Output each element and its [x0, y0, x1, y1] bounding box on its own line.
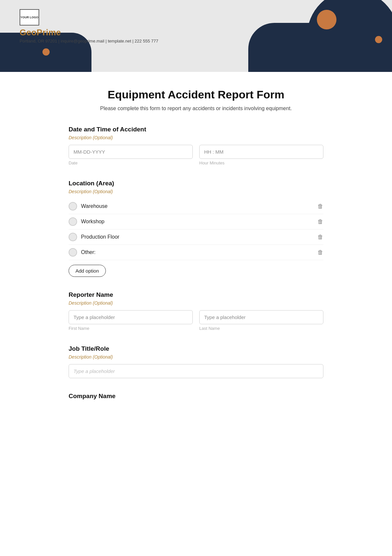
- date-input[interactable]: [69, 145, 193, 159]
- delete-icon-warehouse[interactable]: 🗑: [318, 203, 323, 210]
- company-address: Portland, OR 97201 | inquire@geoprime.ma…: [20, 39, 158, 43]
- section-desc-reporter: Description (Optional): [69, 300, 323, 306]
- first-name-label: First Name: [69, 326, 193, 331]
- first-name-input[interactable]: [69, 310, 193, 324]
- deco-wave-dark: [248, 23, 359, 72]
- last-name-input[interactable]: [199, 310, 323, 324]
- radio-option-warehouse: Warehouse 🗑: [69, 199, 323, 214]
- section-title-location: Location (Area): [69, 180, 323, 187]
- radio-label-workshop: Workshop: [81, 219, 105, 225]
- date-input-group: Date: [69, 145, 193, 165]
- last-name-label: Last Name: [199, 326, 323, 331]
- logo-box: YOUR LOGO: [20, 9, 39, 25]
- radio-circle-production[interactable]: [69, 233, 77, 241]
- radio-circle-workshop[interactable]: [69, 217, 77, 226]
- reporter-name-row: First Name Last Name: [69, 310, 323, 331]
- section-title-company: Company Name: [69, 393, 323, 400]
- add-option-label: Add option: [75, 268, 99, 274]
- time-input-group: Hour Minutes: [199, 145, 323, 165]
- form-subtitle: Please complete this form to report any …: [69, 106, 323, 111]
- section-date-time: Date and Time of Accident Description (O…: [69, 126, 323, 165]
- date-label: Date: [69, 160, 193, 165]
- section-company-name: Company Name: [69, 393, 323, 400]
- section-job-title: Job Title/Role Description (Optional): [69, 345, 323, 378]
- section-desc-location: Description (Optional): [69, 189, 323, 194]
- section-title-reporter: Reporter Name: [69, 291, 323, 298]
- first-name-group: First Name: [69, 310, 193, 331]
- delete-icon-other[interactable]: 🗑: [318, 249, 323, 256]
- logo-area: YOUR LOGO GeoPrime Portland, OR 97201 | …: [20, 9, 158, 43]
- page-header: YOUR LOGO GeoPrime Portland, OR 97201 | …: [0, 0, 392, 72]
- last-name-group: Last Name: [199, 310, 323, 331]
- deco-circle-orange-large: [317, 10, 336, 29]
- time-input[interactable]: [199, 145, 323, 159]
- deco-circle-orange-bottom-left: [42, 48, 50, 56]
- deco-circle-orange-small: [375, 36, 382, 43]
- radio-label-other: Other:: [81, 249, 95, 255]
- radio-circle-warehouse[interactable]: [69, 202, 77, 211]
- radio-circle-other[interactable]: [69, 248, 77, 257]
- logo-text: YOUR LOGO: [20, 16, 38, 19]
- company-name: GeoPrime: [20, 27, 61, 38]
- section-title-date: Date and Time of Accident: [69, 126, 323, 133]
- section-desc-date: Description (Optional): [69, 135, 323, 140]
- radio-label-production: Production Floor: [81, 234, 119, 240]
- job-title-input[interactable]: [69, 364, 323, 378]
- radio-option-other: Other: 🗑: [69, 245, 323, 260]
- form-title: Equipment Accident Report Form: [69, 88, 323, 101]
- delete-icon-production[interactable]: 🗑: [318, 234, 323, 241]
- time-label: Hour Minutes: [199, 160, 323, 165]
- add-option-button[interactable]: Add option: [69, 265, 106, 277]
- delete-icon-workshop[interactable]: 🗑: [318, 218, 323, 225]
- date-time-row: Date Hour Minutes: [69, 145, 323, 165]
- section-title-job: Job Title/Role: [69, 345, 323, 352]
- section-reporter-name: Reporter Name Description (Optional) Fir…: [69, 291, 323, 331]
- radio-option-production: Production Floor 🗑: [69, 229, 323, 245]
- radio-option-workshop: Workshop 🗑: [69, 214, 323, 229]
- form-container: Equipment Accident Report Form Please co…: [56, 72, 336, 434]
- section-desc-job: Description (Optional): [69, 354, 323, 360]
- section-location: Location (Area) Description (Optional) W…: [69, 180, 323, 277]
- radio-label-warehouse: Warehouse: [81, 203, 107, 209]
